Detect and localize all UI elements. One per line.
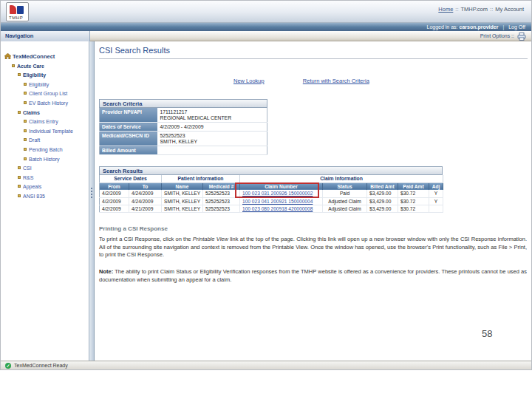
main-content: CSI Search Results New Lookup Return wit… [95, 41, 531, 362]
claim-number-link[interactable]: 100 023 080 200918 420000008 [242, 206, 313, 211]
col-adj: Adj [429, 183, 443, 190]
sidebar-item-label: Eligibility [29, 82, 49, 87]
top-header: TMHP Home::TMHP.com::My Account [1, 1, 531, 23]
sidebar-item-appeals[interactable]: Appeals [1, 183, 89, 192]
criteria-label: Dates of Service [100, 123, 157, 132]
navigation-tab[interactable]: Navigation [1, 31, 90, 41]
status-ok-icon: ✓ [5, 363, 11, 369]
cell-adj: Y [429, 190, 443, 197]
sidebar-item-individual-template[interactable]: Individual Template [1, 127, 89, 137]
my-account-link[interactable]: My Account [495, 6, 524, 13]
pane-splitter[interactable] [89, 41, 95, 362]
criteria-value-line1: 1711121217 [160, 109, 265, 115]
col-status: Status [323, 183, 367, 190]
sidebar-item-label: ANSI 835 [23, 194, 45, 199]
results-column-header-row: From To Name Medicaid # Claim Number Sta… [100, 183, 443, 190]
claim-number-link[interactable]: 100 023 041 200921 150000004 [242, 199, 313, 204]
claim-number-link[interactable]: 100 023 031 200926 150000002 [242, 191, 313, 196]
logged-in-prefix: Logged in as: [427, 24, 458, 30]
cell-status: Adjusted Claim [323, 205, 367, 212]
bullet-icon [24, 129, 27, 132]
return-with-search-criteria-link[interactable]: Return with Search Criteria [303, 78, 369, 84]
sidebar-item-ev-batch-history[interactable]: EV Batch History [1, 99, 89, 109]
col-to: To [129, 183, 162, 190]
cell-name: SMITH, KELLEY [162, 197, 203, 205]
criteria-label: Medicaid/CSHCN ID [100, 132, 157, 146]
printing-paragraph: To print a CSI Response, click on the Pr… [99, 236, 527, 259]
note-text: The ability to print Claim Status or Eli… [99, 268, 527, 283]
print-options-label: Print Options :: [480, 31, 514, 41]
cell-from: 4/2/2009 [100, 205, 129, 212]
printer-icon[interactable] [517, 33, 526, 41]
sidebar-item-draft[interactable]: Draft [1, 136, 89, 146]
table-row: 4/2/2009 4/24/2009 SMITH, KELLEY 5252525… [100, 197, 443, 205]
cell-paid: $30.72 [398, 205, 429, 212]
bullet-icon [24, 157, 27, 160]
sidebar-item-label: Eligibility [23, 72, 46, 78]
bullet-icon [18, 73, 21, 76]
sidebar-item-eligibility-group[interactable]: Eligibility [1, 71, 89, 81]
sidebar-item-eligibility[interactable]: Eligibility [1, 81, 89, 90]
sidebar-item-acute-care[interactable]: Acute Care [1, 62, 89, 72]
cell-name: SMITH, KELLEY [162, 205, 203, 212]
note-label: Note: [99, 268, 113, 275]
sidebar-item-label: TexMedConnect [13, 53, 55, 60]
cell-from: 4/2/2009 [100, 197, 129, 205]
sidebar-item-claims-entry[interactable]: Claims Entry [1, 117, 89, 127]
print-options[interactable]: Print Options :: [480, 31, 526, 41]
cell-to: 4/24/2009 [129, 197, 162, 205]
cell-adj [429, 205, 443, 212]
tmhp-com-link[interactable]: TMHP.com [461, 6, 488, 13]
sidebar-item-label: Batch History [29, 157, 60, 162]
cell-paid: $30.72 [398, 197, 429, 205]
cell-adj: Y [429, 197, 443, 205]
paragraph-text: To print a CSI Response, click on the [99, 236, 193, 242]
cell-name: SMITH, KELLEY [162, 190, 203, 197]
criteria-row: Billed Amount [100, 146, 267, 155]
sidebar-item-label: Client Group List [29, 91, 67, 96]
bullet-icon [24, 92, 27, 95]
criteria-value-line2: REGIONAL MEDICAL CENTER [160, 115, 265, 120]
sidebar: TexMedConnect Acute Care Eligibility Eli… [1, 41, 89, 362]
sidebar-item-ansi-835[interactable]: ANSI 835 [1, 192, 89, 202]
criteria-value-line2: SMITH, KELLEY [160, 139, 265, 144]
sidebar-item-pending-batch[interactable]: Pending Batch [1, 146, 89, 155]
sidebar-item-label: CSI [23, 166, 32, 171]
cell-medicaid: 525252523 [203, 197, 240, 205]
new-lookup-link[interactable]: New Lookup [233, 78, 265, 84]
sidebar-item-claims[interactable]: Claims [1, 109, 89, 118]
criteria-row: Medicaid/CSHCN ID 525252523 SMITH, KELLE… [100, 132, 267, 146]
bullet-icon [18, 166, 21, 169]
note-paragraph: Note: The ability to print Claim Status … [99, 268, 527, 284]
criteria-label: Billed Amount [100, 146, 157, 155]
group-patient-information: Patient Information [162, 175, 240, 183]
home-link[interactable]: Home [438, 6, 453, 13]
top-nav-links: Home::TMHP.com::My Account [438, 6, 524, 13]
cell-to: 4/24/2009 [129, 190, 162, 197]
bullet-icon [18, 194, 21, 197]
log-off-link[interactable]: Log Off [508, 24, 525, 30]
bullet-icon [24, 101, 27, 104]
sidebar-item-batch-history[interactable]: Batch History [1, 155, 89, 165]
cell-billed: $3,429.00 [367, 205, 398, 212]
cell-claim: 100 023 080 200918 420000008 [240, 205, 323, 212]
logo-blue-shape [17, 6, 24, 14]
sidebar-item-csi[interactable]: CSI [1, 164, 89, 174]
tmhp-logo[interactable]: TMHP [6, 2, 29, 21]
slide-page-number: 58 [482, 328, 492, 339]
sidebar-item-label: EV Batch History [29, 100, 68, 106]
bullet-icon [18, 111, 21, 114]
sidebar-item-rs[interactable]: R&S [1, 174, 89, 183]
splitter-grip-icon [91, 188, 92, 200]
cell-status: Adjusted Claim [323, 197, 367, 205]
group-service-dates: Service Dates [100, 175, 162, 183]
app-window: TMHP Home::TMHP.com::My Account Logged i… [0, 0, 532, 370]
sidebar-item-client-group-list[interactable]: Client Group List [1, 89, 89, 99]
cell-from: 4/2/2009 [100, 190, 129, 197]
cell-paid: $30.72 [398, 190, 429, 197]
sidebar-item-texmedconnect[interactable]: TexMedConnect [1, 52, 89, 62]
search-criteria-title: Search Criteria [99, 99, 267, 108]
criteria-value-line1: 4/2/2009 - 4/2/2009 [160, 124, 265, 129]
table-row: 4/2/2009 4/21/2009 SMITH, KELLEY 5252525… [100, 205, 443, 212]
criteria-value-line1: 525252523 [160, 133, 265, 138]
